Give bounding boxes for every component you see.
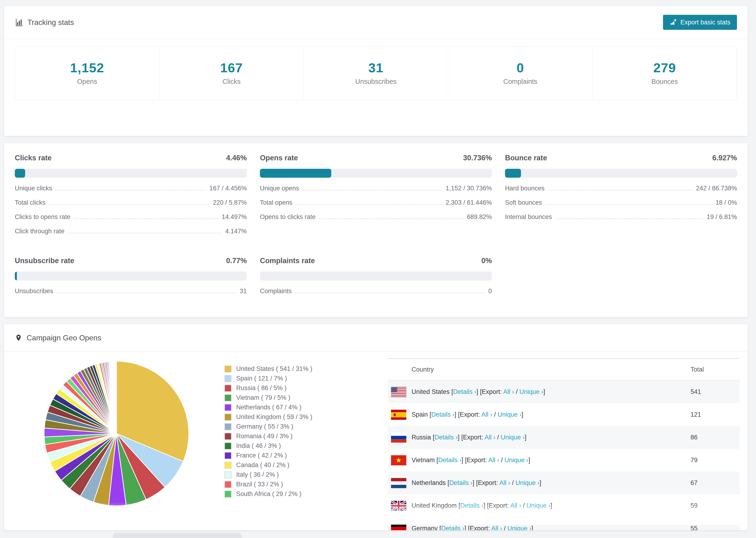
bracket: ] <box>521 411 523 418</box>
rate-value: 6.927% <box>712 154 737 162</box>
details-link[interactable]: Details › <box>441 525 464 530</box>
dotted-leader <box>319 219 463 219</box>
legend-item: India ( 46 / 3% ) <box>225 441 312 451</box>
rate-header: Bounce rate6.927% <box>505 154 737 162</box>
export-all-link[interactable]: All › <box>499 479 511 486</box>
export-basic-stats-button[interactable]: Export basic stats <box>663 15 737 30</box>
export-unique-link[interactable]: Unique › <box>526 502 550 509</box>
rate-row-label: Click through rate <box>15 228 65 235</box>
export-unique-link[interactable]: Unique › <box>515 479 540 486</box>
legend-label: Spain ( 121 / 7% ) <box>236 375 287 382</box>
details-link[interactable]: Details › <box>460 502 483 509</box>
bracket: [ <box>452 388 453 395</box>
export-unique-link[interactable]: Unique › <box>501 434 525 441</box>
rate-value: 0.77% <box>226 256 247 265</box>
country-cell: United Kingdom [Details ›] [Export: All … <box>406 502 690 510</box>
dotted-leader <box>555 219 703 219</box>
export-all-link[interactable]: All › <box>491 525 502 530</box>
rate-row: Complaints0 <box>260 288 492 295</box>
bracket: ] <box>531 525 533 530</box>
column-header-total: Total <box>690 366 740 373</box>
export-unique-link[interactable]: Unique › <box>507 525 531 530</box>
rate-header: Complaints rate0% <box>260 256 492 265</box>
rate-progress-bar <box>505 169 737 178</box>
geo-content: United States ( 541 / 31% )Spain ( 121 /… <box>4 352 748 525</box>
country-cell: Russia [Details ›] [Export: All › / Uniq… <box>406 434 690 441</box>
details-link[interactable]: Details › <box>435 434 458 441</box>
country-name: Netherlands <box>411 479 448 486</box>
legend-item: France ( 42 / 2% ) <box>225 451 312 460</box>
table-row-us: United States [Details ›] [Export: All ›… <box>388 381 740 403</box>
rate-title: Opens rate <box>260 154 298 162</box>
geo-card-title: Campaign Geo Opens <box>15 334 101 342</box>
table-row-vn: Vietnam [Details ›] [Export: All › / Uni… <box>388 449 740 471</box>
legend-swatch <box>225 423 232 430</box>
table-row-nl: Netherlands [Details ›] [Export: All › /… <box>388 471 740 494</box>
rates-card: Clicks rate4.46%Unique clicks167 / 4.456… <box>4 143 748 317</box>
rate-row-label: Total clicks <box>15 199 45 206</box>
export-unique-link[interactable]: Unique › <box>519 388 543 395</box>
rate-row: Soft bounces18 / 0% <box>505 199 737 206</box>
legend-item: Brazil ( 33 / 2% ) <box>225 480 312 489</box>
export-all-link[interactable]: All › <box>488 457 499 463</box>
rate-row-value: 167 / 4.456% <box>209 185 247 192</box>
rate-row: Total opens2,303 / 61.446% <box>260 199 492 206</box>
details-link[interactable]: Details › <box>453 388 476 395</box>
column-header-country: Country <box>388 366 690 373</box>
rate-row-label: Total opens <box>260 199 292 206</box>
geo-opens-pie-chart[interactable] <box>41 358 191 509</box>
summary-stat-label: Unsubscribes <box>304 78 448 85</box>
flag-us-icon <box>391 387 406 397</box>
rate-progress-bar <box>15 272 247 281</box>
rate-block: Unsubscribe rate0.77%Unsubscribes31 <box>15 256 247 295</box>
total-cell: 86 <box>690 434 740 441</box>
separator: / <box>521 502 527 509</box>
rate-progress-fill <box>505 169 521 178</box>
country-cell: Netherlands [Details ›] [Export: All › /… <box>406 479 690 487</box>
dotted-leader <box>545 204 712 205</box>
details-link[interactable]: Details › <box>449 479 473 486</box>
legend-label: United States ( 541 / 31% ) <box>236 365 312 372</box>
legend-swatch <box>225 433 232 440</box>
export-unique-link[interactable]: Unique › <box>498 411 521 418</box>
legend-label: India ( 46 / 3% ) <box>236 442 281 450</box>
rate-row-value: 689.82% <box>467 213 492 221</box>
rate-row: Click through rate4.147% <box>15 228 247 235</box>
rate-row: Total clicks220 / 5.87% <box>15 199 247 206</box>
details-link[interactable]: Details › <box>438 457 461 463</box>
legend-swatch <box>225 462 232 469</box>
tracking-stats-header: Tracking stats Export basic stats <box>4 6 748 39</box>
export-all-link[interactable]: All › <box>503 388 514 395</box>
rate-row: Unique opens1,152 / 30.736% <box>260 185 492 192</box>
rate-progress-fill <box>15 169 25 178</box>
bracket: ] [Export: <box>476 388 503 395</box>
rate-row-value: 1,152 / 30.736% <box>446 185 492 192</box>
rate-progress-bar <box>260 272 492 281</box>
legend-swatch <box>225 471 232 478</box>
rate-progress-fill <box>15 272 17 281</box>
export-unique-link[interactable]: Unique › <box>505 457 528 463</box>
details-link[interactable]: Details › <box>431 411 455 418</box>
legend-item: Vietnam ( 79 / 5% ) <box>225 393 312 403</box>
table-row-de: Germany [Details ›] [Export: All › / Uni… <box>388 517 740 530</box>
legend-item: United Kingdom ( 59 / 3% ) <box>225 412 312 422</box>
export-all-link[interactable]: All › <box>485 434 496 441</box>
bracket: ] <box>540 479 541 486</box>
flag-nl-icon <box>391 478 406 488</box>
legend-item: Romania ( 49 / 3% ) <box>225 431 312 441</box>
legend-swatch <box>225 491 232 498</box>
bracket: ] [Export: <box>464 525 491 530</box>
summary-stat-value: 279 <box>593 60 737 75</box>
export-all-link[interactable]: All › <box>481 411 492 418</box>
rate-row-label: Clicks to opens rate <box>15 213 71 221</box>
rate-progress-fill <box>260 169 331 178</box>
rate-title: Complaints rate <box>260 256 315 265</box>
pie-slice-other[interactable] <box>116 361 117 434</box>
summary-stat-label: Opens <box>15 78 159 85</box>
rate-value: 4.46% <box>226 154 247 162</box>
total-cell: 121 <box>690 411 740 418</box>
rate-row-value: 242 / 86.738% <box>696 185 737 192</box>
bracket: [ <box>436 457 438 463</box>
export-all-link[interactable]: All › <box>510 502 521 509</box>
rate-header: Opens rate30.736% <box>260 154 492 162</box>
